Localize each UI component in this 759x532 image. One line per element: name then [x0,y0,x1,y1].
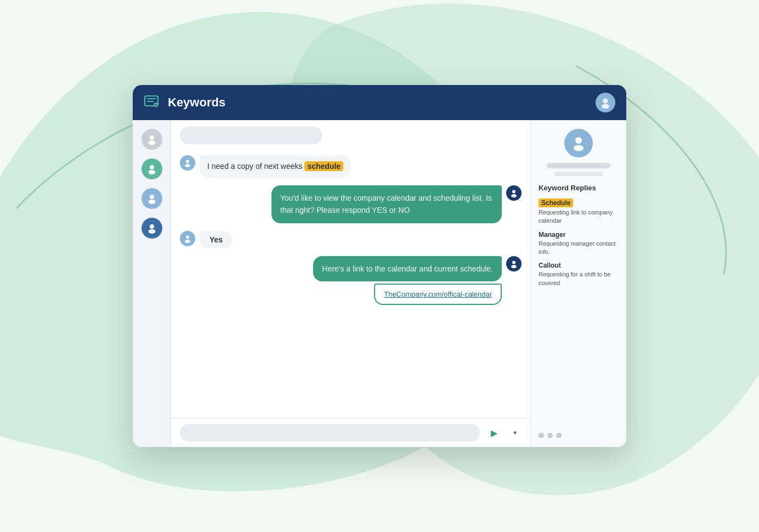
window-body: I need a copy of next weeks schedule You… [133,120,626,447]
messages-list: I need a copy of next weeks schedule You… [171,149,530,418]
message-link-bubble[interactable]: TheCompany.com/offical-calendar [374,284,502,305]
input-bar: ▶ ▾ [171,418,530,447]
send-button[interactable]: ▶ [485,424,503,442]
chat-area: I need a copy of next weeks schedule You… [171,120,530,447]
keyword-name-callout[interactable]: Callout [539,262,619,269]
bot-avatar-2 [506,256,522,271]
sidebar-contact-1[interactable] [141,129,162,150]
message-bubble-yes: Yes [200,231,233,248]
svg-point-19 [511,265,517,268]
contact-sub-placeholder [554,172,603,176]
keyword-desc-schedule: Requesting link to company calendar [539,208,619,225]
keyword-highlight-schedule: schedule [304,161,343,171]
window-header: Keywords [133,85,626,120]
sender-avatar-2 [180,231,195,246]
svg-point-3 [602,104,609,109]
svg-point-10 [150,224,154,229]
header-title: Keywords [168,95,596,110]
sidebar-contact-3[interactable] [141,188,162,209]
contact-name-placeholder [547,163,611,168]
svg-point-21 [574,145,584,151]
sidebar-contact-2[interactable] [141,159,162,179]
header-user-avatar[interactable] [596,93,615,112]
message-text-before: I need a copy of next weeks [207,162,304,171]
main-window: Keywords [133,85,626,447]
keyword-name-schedule[interactable]: Schedule [539,199,573,207]
chevron-down-icon: ▾ [513,429,517,437]
svg-point-12 [186,160,189,163]
svg-point-7 [148,170,155,174]
search-bar[interactable] [180,127,322,144]
message-input[interactable] [180,424,480,442]
send-icon: ▶ [491,428,497,438]
sidebar-contact-4[interactable] [141,218,162,239]
message-bubble-1: I need a copy of next weeks schedule [200,155,351,178]
message-bubble-2: You'd like to view the company calendar … [271,185,502,223]
search-bar-container [171,120,530,149]
dot-3 [556,433,562,438]
keyword-name-manager[interactable]: Manager [539,231,619,239]
svg-point-18 [512,261,516,264]
keyword-item-callout: Callout Requesting for a shift to be cov… [539,262,619,287]
yes-text: Yes [209,235,223,244]
contact-avatar-large [564,129,593,157]
svg-point-17 [185,240,190,243]
keyword-replies-title: Keyword Replies [539,184,619,193]
svg-point-4 [150,135,154,140]
svg-point-13 [185,164,190,167]
svg-point-16 [186,235,189,239]
dot-2 [547,433,553,438]
keyword-item-schedule: Schedule Requesting link to company cale… [539,197,619,225]
message-2: You'd like to view the company calendar … [180,185,522,223]
svg-point-15 [511,194,517,197]
dot-1 [539,433,544,438]
dropdown-button[interactable]: ▾ [508,424,522,442]
keyword-desc-manager: Requesting manager contact info. [539,240,619,257]
svg-point-5 [148,140,155,145]
keyword-desc-callout: Requesting for a shift to be covered [539,270,619,287]
svg-point-2 [603,99,608,104]
keyword-item-manager: Manager Requesting manager contact info. [539,231,619,257]
svg-point-9 [148,200,155,204]
svg-point-14 [512,190,516,194]
sender-avatar-1 [180,155,195,171]
message-bubble-3: Here's a link to the calendar and curren… [313,256,502,281]
message-1: I need a copy of next weeks schedule [180,155,522,178]
svg-point-20 [575,137,582,144]
bot-avatar-1 [506,185,522,201]
message-3: Yes [180,231,522,248]
right-panel: Keyword Replies Schedule Requesting link… [530,120,626,447]
message-4: Here's a link to the calendar and curren… [180,256,522,305]
svg-point-8 [150,195,154,199]
svg-point-6 [150,165,154,169]
keywords-icon [144,94,161,111]
sidebar [133,120,171,447]
pagination-dots [539,427,619,438]
svg-point-11 [148,229,155,234]
